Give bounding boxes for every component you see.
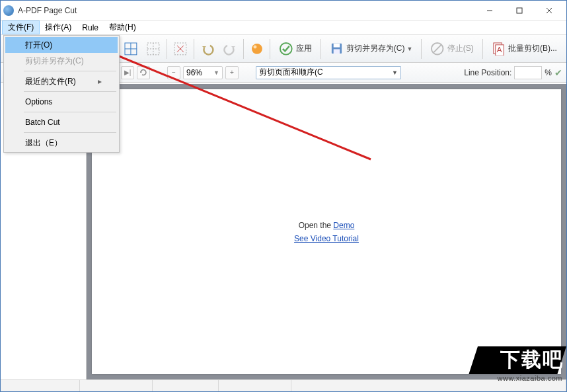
titlebar: A-PDF Page Cut: [1, 1, 566, 20]
menu-action[interactable]: 操作(A): [40, 20, 77, 34]
maximize-button[interactable]: [504, 1, 534, 20]
grid-cut-button-1[interactable]: [120, 38, 141, 60]
stop-button[interactable]: 停止(S): [424, 38, 479, 60]
batch-cut-button[interactable]: A批量剪切(B)...: [486, 38, 563, 60]
file-menu-dropdown: 打开(O) 剪切并另存为(C) 最近的文件(R)▸ Options Batch …: [3, 35, 120, 153]
help-orb-button[interactable]: [246, 38, 268, 60]
grid-remove-button[interactable]: [170, 38, 191, 60]
line-position-input[interactable]: [514, 66, 542, 79]
undo-icon: [200, 42, 215, 56]
menu-file[interactable]: 文件(F): [2, 20, 40, 34]
tutorial-link[interactable]: See Video Tutorial: [294, 234, 359, 243]
orange-orb-icon: [250, 42, 264, 56]
svg-text:A: A: [496, 46, 502, 54]
undo-button[interactable]: [197, 38, 218, 60]
canvas-wrap: Open the Demo See Video Tutorial: [87, 84, 566, 379]
demo-link[interactable]: Demo: [333, 221, 354, 230]
grid-icon: [124, 42, 138, 56]
apply-check-icon: [279, 42, 293, 56]
svg-point-13: [251, 43, 262, 54]
app-icon: [3, 5, 14, 16]
svg-point-14: [253, 45, 256, 48]
nav-refresh-button[interactable]: [137, 66, 150, 79]
grid-cut-button-2[interactable]: [143, 38, 164, 60]
minimize-button[interactable]: [474, 1, 504, 20]
menu-separator: [24, 71, 116, 71]
menu-open[interactable]: 打开(O): [5, 37, 118, 53]
svg-rect-17: [334, 43, 340, 47]
menu-separator: [24, 132, 116, 133]
redo-button[interactable]: [219, 38, 241, 60]
menu-separator: [24, 91, 116, 92]
stop-icon: [430, 42, 444, 56]
nav-next-button[interactable]: ▶|: [121, 66, 134, 79]
confirm-check-icon[interactable]: ✔: [554, 67, 562, 78]
menu-recent[interactable]: 最近的文件(R)▸: [5, 73, 118, 89]
save-icon: [330, 42, 344, 56]
menu-cut-save-as[interactable]: 剪切并另存为(C): [5, 53, 118, 69]
grid-x-icon: [173, 42, 188, 56]
menu-batch-cut[interactable]: Batch Cut: [5, 114, 118, 130]
redo-icon: [223, 42, 237, 56]
grid-dashed-icon: [146, 42, 161, 56]
window-title: A-PDF Page Cut: [18, 6, 474, 15]
menu-separator: [24, 112, 116, 112]
watermark: 下载吧 www.xiazaiba.com: [478, 346, 566, 390]
blank-page: Open the Demo See Video Tutorial: [92, 89, 561, 374]
apply-button[interactable]: 应用: [273, 38, 318, 60]
cut-save-button[interactable]: 剪切并另存为(C)▼: [324, 38, 419, 60]
close-button[interactable]: [534, 1, 564, 20]
percent-label: %: [545, 68, 552, 77]
menu-exit[interactable]: 退出（E）: [5, 135, 118, 151]
menu-help[interactable]: 帮助(H): [104, 20, 141, 34]
zoom-out-button[interactable]: −: [167, 66, 180, 79]
open-demo-line: Open the Demo: [299, 221, 355, 230]
pdf-batch-icon: A: [492, 42, 506, 56]
line-position-label: Line Position:: [464, 68, 511, 77]
zoom-combo[interactable]: 96%▼: [183, 66, 223, 79]
zoom-in-button[interactable]: +: [225, 66, 239, 79]
menu-options[interactable]: Options: [5, 94, 118, 110]
svg-rect-1: [517, 8, 522, 13]
page-order-combo[interactable]: 剪切页面和顺序(C▼: [256, 66, 401, 79]
menu-rule[interactable]: Rule: [77, 20, 104, 34]
menubar: 文件(F) 操作(A) Rule 帮助(H): [1, 20, 566, 35]
svg-rect-18: [334, 49, 340, 54]
svg-line-20: [434, 44, 441, 52]
